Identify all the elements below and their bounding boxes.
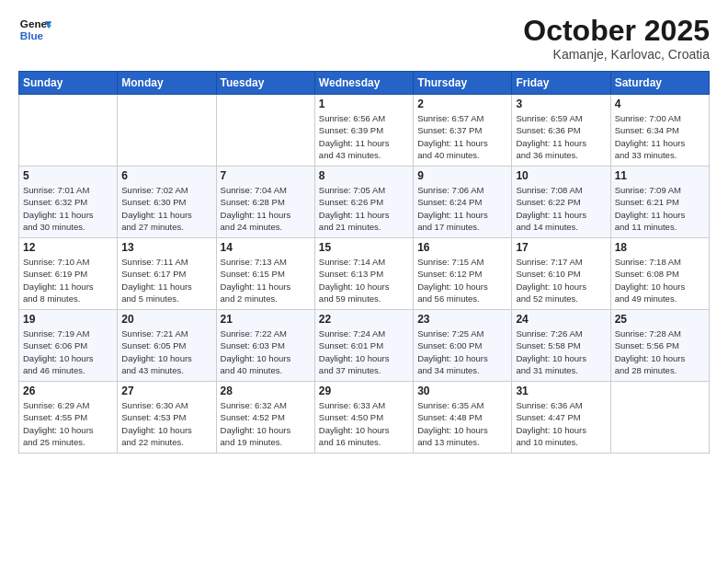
day-number: 13 (121, 241, 211, 254)
day-number: 6 (121, 169, 211, 182)
calendar-cell (610, 382, 709, 454)
title-block: October 2025 Kamanje, Karlovac, Croatia (523, 15, 710, 62)
col-wednesday: Wednesday (314, 72, 413, 95)
calendar-header-row: Sunday Monday Tuesday Wednesday Thursday… (19, 72, 710, 95)
day-number: 19 (23, 313, 113, 326)
calendar-cell: 24Sunrise: 7:26 AM Sunset: 5:58 PM Dayli… (512, 310, 610, 382)
day-info: Sunrise: 6:29 AM Sunset: 4:55 PM Dayligh… (23, 399, 113, 448)
day-number: 7 (221, 169, 311, 182)
calendar-cell: 21Sunrise: 7:22 AM Sunset: 6:03 PM Dayli… (216, 310, 314, 382)
month-title: October 2025 (523, 15, 710, 47)
calendar-week-4: 19Sunrise: 7:19 AM Sunset: 6:06 PM Dayli… (19, 310, 710, 382)
col-thursday: Thursday (414, 72, 512, 95)
calendar-week-2: 5Sunrise: 7:01 AM Sunset: 6:32 PM Daylig… (19, 167, 710, 238)
calendar-cell: 4Sunrise: 7:00 AM Sunset: 6:34 PM Daylig… (610, 95, 709, 167)
calendar-cell: 19Sunrise: 7:19 AM Sunset: 6:06 PM Dayli… (19, 310, 118, 382)
day-number: 16 (417, 241, 507, 254)
day-info: Sunrise: 7:09 AM Sunset: 6:21 PM Dayligh… (615, 184, 705, 233)
page: General Blue October 2025 Kamanje, Karlo… (0, 0, 728, 563)
day-number: 29 (319, 385, 409, 397)
day-info: Sunrise: 7:15 AM Sunset: 6:12 PM Dayligh… (417, 256, 507, 304)
calendar-cell: 23Sunrise: 7:25 AM Sunset: 6:00 PM Dayli… (414, 310, 512, 382)
calendar-cell: 7Sunrise: 7:04 AM Sunset: 6:28 PM Daylig… (216, 167, 314, 238)
day-number: 23 (417, 313, 507, 326)
calendar-cell: 9Sunrise: 7:06 AM Sunset: 6:24 PM Daylig… (414, 167, 512, 238)
day-info: Sunrise: 6:32 AM Sunset: 4:52 PM Dayligh… (221, 399, 311, 448)
calendar-cell: 10Sunrise: 7:08 AM Sunset: 6:22 PM Dayli… (512, 167, 610, 238)
calendar-cell: 3Sunrise: 6:59 AM Sunset: 6:36 PM Daylig… (512, 95, 610, 167)
calendar-cell: 1Sunrise: 6:56 AM Sunset: 6:39 PM Daylig… (314, 95, 413, 167)
day-info: Sunrise: 6:56 AM Sunset: 6:39 PM Dayligh… (319, 112, 409, 161)
day-number: 12 (23, 241, 113, 254)
day-number: 1 (319, 98, 409, 110)
day-number: 25 (615, 313, 705, 326)
day-info: Sunrise: 7:02 AM Sunset: 6:30 PM Dayligh… (121, 184, 211, 233)
calendar-cell: 13Sunrise: 7:11 AM Sunset: 6:17 PM Dayli… (118, 238, 216, 310)
day-info: Sunrise: 7:19 AM Sunset: 6:06 PM Dayligh… (23, 327, 113, 376)
day-number: 20 (121, 313, 211, 326)
calendar-cell: 31Sunrise: 6:36 AM Sunset: 4:47 PM Dayli… (512, 382, 610, 454)
day-info: Sunrise: 7:14 AM Sunset: 6:13 PM Dayligh… (319, 256, 409, 304)
day-info: Sunrise: 7:05 AM Sunset: 6:26 PM Dayligh… (319, 184, 409, 233)
day-info: Sunrise: 6:33 AM Sunset: 4:50 PM Dayligh… (319, 399, 409, 448)
day-number: 24 (516, 313, 606, 326)
logo: General Blue (18, 15, 51, 48)
day-number: 30 (417, 385, 507, 397)
col-friday: Friday (512, 72, 610, 95)
day-number: 27 (121, 385, 211, 397)
day-number: 15 (319, 241, 409, 254)
day-info: Sunrise: 7:13 AM Sunset: 6:15 PM Dayligh… (221, 256, 311, 304)
day-number: 18 (615, 241, 705, 254)
day-number: 14 (221, 241, 311, 254)
calendar-cell: 25Sunrise: 7:28 AM Sunset: 5:56 PM Dayli… (610, 310, 709, 382)
day-number: 2 (417, 98, 507, 110)
day-info: Sunrise: 7:21 AM Sunset: 6:05 PM Dayligh… (121, 327, 211, 376)
day-info: Sunrise: 7:08 AM Sunset: 6:22 PM Dayligh… (516, 184, 606, 233)
day-number: 22 (319, 313, 409, 326)
day-number: 4 (615, 98, 705, 110)
day-number: 11 (615, 169, 705, 182)
col-tuesday: Tuesday (216, 72, 314, 95)
calendar-cell (19, 95, 118, 167)
day-info: Sunrise: 7:24 AM Sunset: 6:01 PM Dayligh… (319, 327, 409, 376)
day-number: 31 (516, 385, 606, 397)
calendar-cell: 15Sunrise: 7:14 AM Sunset: 6:13 PM Dayli… (314, 238, 413, 310)
calendar: Sunday Monday Tuesday Wednesday Thursday… (18, 71, 710, 454)
day-number: 21 (221, 313, 311, 326)
calendar-cell: 12Sunrise: 7:10 AM Sunset: 6:19 PM Dayli… (19, 238, 118, 310)
calendar-cell: 17Sunrise: 7:17 AM Sunset: 6:10 PM Dayli… (512, 238, 610, 310)
day-number: 10 (516, 169, 606, 182)
day-info: Sunrise: 7:04 AM Sunset: 6:28 PM Dayligh… (221, 184, 311, 233)
header: General Blue October 2025 Kamanje, Karlo… (18, 15, 710, 62)
calendar-cell: 8Sunrise: 7:05 AM Sunset: 6:26 PM Daylig… (314, 167, 413, 238)
calendar-week-1: 1Sunrise: 6:56 AM Sunset: 6:39 PM Daylig… (19, 95, 710, 167)
day-info: Sunrise: 6:30 AM Sunset: 4:53 PM Dayligh… (121, 399, 211, 448)
calendar-cell: 14Sunrise: 7:13 AM Sunset: 6:15 PM Dayli… (216, 238, 314, 310)
calendar-cell: 11Sunrise: 7:09 AM Sunset: 6:21 PM Dayli… (610, 167, 709, 238)
day-number: 9 (417, 169, 507, 182)
col-monday: Monday (118, 72, 216, 95)
calendar-cell: 30Sunrise: 6:35 AM Sunset: 4:48 PM Dayli… (414, 382, 512, 454)
day-info: Sunrise: 7:11 AM Sunset: 6:17 PM Dayligh… (121, 256, 211, 304)
svg-text:Blue: Blue (20, 29, 44, 41)
col-saturday: Saturday (610, 72, 709, 95)
day-info: Sunrise: 7:10 AM Sunset: 6:19 PM Dayligh… (23, 256, 113, 304)
calendar-cell (216, 95, 314, 167)
day-number: 28 (221, 385, 311, 397)
day-info: Sunrise: 6:59 AM Sunset: 6:36 PM Dayligh… (516, 112, 606, 161)
day-info: Sunrise: 7:01 AM Sunset: 6:32 PM Dayligh… (23, 184, 113, 233)
day-info: Sunrise: 7:06 AM Sunset: 6:24 PM Dayligh… (417, 184, 507, 233)
day-info: Sunrise: 7:00 AM Sunset: 6:34 PM Dayligh… (615, 112, 705, 161)
calendar-cell: 2Sunrise: 6:57 AM Sunset: 6:37 PM Daylig… (414, 95, 512, 167)
calendar-cell: 6Sunrise: 7:02 AM Sunset: 6:30 PM Daylig… (118, 167, 216, 238)
day-info: Sunrise: 6:57 AM Sunset: 6:37 PM Dayligh… (417, 112, 507, 161)
location: Kamanje, Karlovac, Croatia (523, 47, 710, 62)
day-info: Sunrise: 7:26 AM Sunset: 5:58 PM Dayligh… (516, 327, 606, 376)
day-number: 8 (319, 169, 409, 182)
calendar-cell: 20Sunrise: 7:21 AM Sunset: 6:05 PM Dayli… (118, 310, 216, 382)
calendar-week-3: 12Sunrise: 7:10 AM Sunset: 6:19 PM Dayli… (19, 238, 710, 310)
calendar-cell (118, 95, 216, 167)
day-info: Sunrise: 7:28 AM Sunset: 5:56 PM Dayligh… (615, 327, 705, 376)
day-number: 26 (23, 385, 113, 397)
day-number: 3 (516, 98, 606, 110)
